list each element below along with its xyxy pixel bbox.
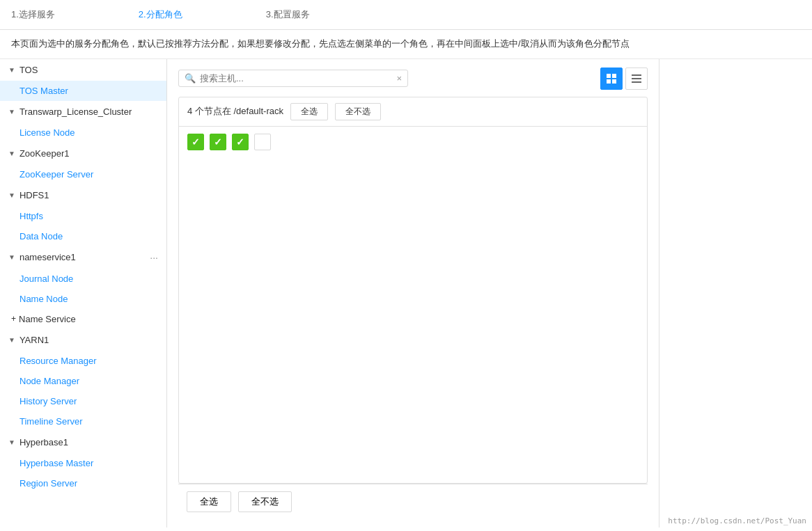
content-area: 🔍 ×	[167, 59, 659, 528]
group-zookeeper1: ▼ ZooKeeper1 ZooKeeper Server	[0, 143, 166, 184]
group-label-yarn1: YARN1	[19, 335, 49, 345]
menu-dots-icon[interactable]: ···	[150, 252, 158, 263]
bottom-bar: 全选 全不选	[178, 484, 648, 519]
group-tos: ▼ TOS TOS Master	[0, 59, 166, 101]
svg-rect-3	[612, 79, 616, 84]
sidebar-item-region-server[interactable]: Region Server	[0, 473, 166, 493]
arrow-icon-hdfs1: ▼	[8, 191, 15, 199]
step3: 3.配置服务	[266, 8, 310, 21]
svg-rect-0	[607, 74, 611, 78]
group-header-nameservice1[interactable]: ▼ nameservice1 ···	[0, 246, 166, 269]
group-label-hdfs1: HDFS1	[19, 190, 49, 200]
sidebar-item-data-node[interactable]: Data Node	[0, 226, 166, 246]
search-clear-icon[interactable]: ×	[396, 73, 402, 84]
right-panel	[659, 59, 812, 528]
checkmark-icon-1: ✓	[192, 136, 200, 148]
arrow-icon-transwarp: ▼	[8, 108, 15, 116]
svg-rect-4	[632, 74, 641, 76]
sidebar-item-name-service[interactable]: + Name Service	[0, 309, 166, 329]
arrow-icon-nameservice1: ▼	[8, 253, 15, 261]
sidebar-item-name-node[interactable]: Name Node	[0, 289, 166, 309]
sidebar-item-resource-manager[interactable]: Resource Manager	[0, 351, 166, 371]
main-layout: ▼ TOS TOS Master ▼ Transwarp_License_Clu…	[0, 59, 812, 528]
sidebar-item-history-server[interactable]: History Server	[0, 391, 166, 411]
group-transwarp: ▼ Transwarp_License_Cluster License Node	[0, 101, 166, 143]
grid-icon	[606, 73, 617, 84]
sidebar-item-journal-node[interactable]: Journal Node	[0, 269, 166, 289]
checkmark-icon-2: ✓	[214, 136, 222, 148]
search-icon: 🔍	[185, 73, 196, 84]
checkmark-icon-3: ✓	[236, 136, 244, 148]
search-input-wrap[interactable]: 🔍 ×	[178, 70, 408, 87]
search-input[interactable]	[200, 73, 396, 84]
sidebar-item-license-node[interactable]: License Node	[0, 122, 166, 143]
sidebar: ▼ TOS TOS Master ▼ Transwarp_License_Clu…	[0, 59, 167, 528]
sidebar-item-tos-master[interactable]: TOS Master	[0, 81, 166, 101]
sidebar-item-hyperbase-master[interactable]: Hyperbase Master	[0, 453, 166, 473]
group-label-nameservice1: nameservice1	[19, 252, 76, 262]
group-label-transwarp: Transwarp_License_Cluster	[19, 106, 132, 117]
step1: 1.选择服务	[11, 8, 55, 21]
sidebar-item-zookeeper-server[interactable]: ZooKeeper Server	[0, 164, 166, 184]
watermark: http://blog.csdn.net/Post_Yuan	[668, 516, 806, 525]
arrow-icon-hyperbase1: ▼	[8, 438, 15, 446]
svg-rect-6	[632, 81, 641, 83]
bottom-select-all-button[interactable]: 全选	[187, 491, 231, 512]
group-header-hyperbase1[interactable]: ▼ Hyperbase1	[0, 431, 166, 453]
group-yarn1: ▼ YARN1 Resource Manager Node Manager Hi…	[0, 329, 166, 431]
description: 本页面为选中的服务分配角色，默认已按推荐方法分配，如果想要修改分配，先点选左侧菜…	[0, 30, 812, 59]
svg-rect-1	[612, 74, 616, 78]
rack-select-all-button[interactable]: 全选	[290, 103, 328, 120]
group-header-transwarp[interactable]: ▼ Transwarp_License_Cluster	[0, 101, 166, 122]
node-checkbox-2[interactable]: ✓	[210, 134, 226, 150]
list-icon	[631, 73, 642, 84]
search-bar: 🔍 ×	[178, 68, 648, 90]
node-checkbox-1[interactable]: ✓	[187, 134, 204, 150]
rack-section: 4 个节点在 /default-rack 全选 全不选 ✓ ✓ ✓	[178, 97, 648, 484]
arrow-icon-yarn1: ▼	[8, 336, 15, 344]
node-row: ✓ ✓ ✓	[179, 127, 647, 157]
plus-icon: +	[11, 314, 16, 324]
group-header-tos[interactable]: ▼ TOS	[0, 59, 166, 81]
rack-header: 4 个节点在 /default-rack 全选 全不选	[179, 97, 647, 127]
group-header-yarn1[interactable]: ▼ YARN1	[0, 329, 166, 351]
svg-rect-2	[607, 79, 611, 84]
node-checkbox-3[interactable]: ✓	[232, 134, 249, 150]
group-label-zookeeper1: ZooKeeper1	[19, 148, 70, 159]
sidebar-item-timeline-server[interactable]: Timeline Server	[0, 411, 166, 431]
group-label-tos: TOS	[19, 65, 38, 75]
list-view-button[interactable]	[625, 68, 648, 90]
arrow-icon-tos: ▼	[8, 66, 15, 74]
grid-view-button[interactable]	[600, 68, 623, 90]
bottom-deselect-all-button[interactable]: 全不选	[238, 491, 292, 512]
group-hdfs1: ▼ HDFS1 Httpfs Data Node	[0, 184, 166, 246]
arrow-icon-zookeeper1: ▼	[8, 150, 15, 157]
node-checkbox-4[interactable]	[254, 134, 271, 150]
view-toggle	[600, 68, 648, 90]
sidebar-item-node-manager[interactable]: Node Manager	[0, 371, 166, 391]
group-nameservice1: ▼ nameservice1 ··· Journal Node Name Nod…	[0, 246, 166, 329]
rack-info: 4 个节点在 /default-rack	[187, 105, 283, 118]
steps-bar: 1.选择服务 2.分配角色 3.配置服务	[0, 0, 812, 30]
svg-rect-5	[632, 78, 641, 79]
group-header-hdfs1[interactable]: ▼ HDFS1	[0, 184, 166, 206]
step2: 2.分配角色	[139, 8, 182, 21]
group-header-zookeeper1[interactable]: ▼ ZooKeeper1	[0, 143, 166, 164]
group-label-hyperbase1: Hyperbase1	[19, 437, 68, 447]
group-hyperbase1: ▼ Hyperbase1 Hyperbase Master Region Ser…	[0, 431, 166, 493]
sidebar-item-httpfs[interactable]: Httpfs	[0, 206, 166, 226]
rack-deselect-all-button[interactable]: 全不选	[335, 103, 381, 120]
